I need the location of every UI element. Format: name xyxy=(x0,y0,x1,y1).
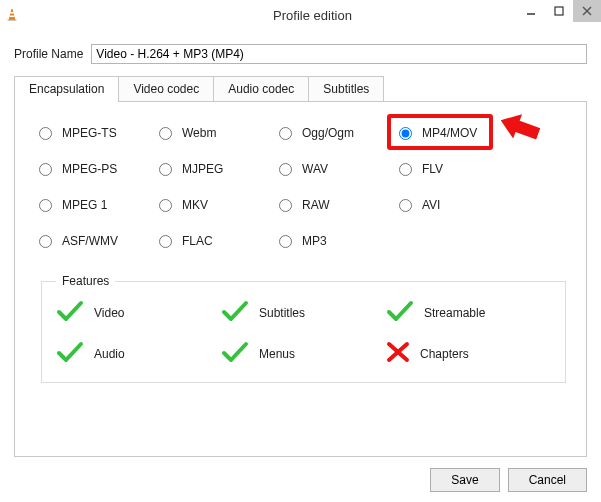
dialog-body: Profile Name Encapsulation Video codec A… xyxy=(0,30,601,502)
radio-icon[interactable] xyxy=(279,127,292,140)
feature-chapters: Chapters xyxy=(386,341,551,366)
option-label: ASF/WMV xyxy=(62,234,118,248)
option-label: AVI xyxy=(422,198,440,212)
feature-label: Streamable xyxy=(424,306,485,320)
svg-marker-0 xyxy=(9,9,15,20)
option-label: FLV xyxy=(422,162,443,176)
option-flv[interactable]: FLV xyxy=(399,162,519,176)
radio-icon[interactable] xyxy=(39,199,52,212)
feature-menus: Menus xyxy=(221,341,386,366)
vlc-cone-icon xyxy=(0,8,24,22)
close-button[interactable] xyxy=(573,0,601,22)
option-webm[interactable]: Webm xyxy=(159,126,279,140)
feature-label: Audio xyxy=(94,347,125,361)
maximize-button[interactable] xyxy=(545,0,573,22)
option-label: WAV xyxy=(302,162,328,176)
minimize-button[interactable] xyxy=(517,0,545,22)
option-mp3[interactable]: MP3 xyxy=(279,234,399,248)
svg-rect-5 xyxy=(555,7,563,15)
option-ogg-ogm[interactable]: Ogg/Ogm xyxy=(279,126,399,140)
option-mkv[interactable]: MKV xyxy=(159,198,279,212)
tab-row: Encapsulation Video codec Audio codec Su… xyxy=(14,76,587,102)
feature-subtitles: Subtitles xyxy=(221,300,386,325)
titlebar: Profile edition xyxy=(0,0,601,30)
radio-icon[interactable] xyxy=(39,163,52,176)
tab-encapsulation[interactable]: Encapsulation xyxy=(14,76,119,102)
save-button[interactable]: Save xyxy=(430,468,499,492)
features-box: Features Video Subtitles Streamable Audi… xyxy=(41,274,566,383)
feature-streamable: Streamable xyxy=(386,300,551,325)
check-icon xyxy=(221,341,249,366)
cancel-button[interactable]: Cancel xyxy=(508,468,587,492)
option-asf-wmv[interactable]: ASF/WMV xyxy=(39,234,159,248)
radio-icon[interactable] xyxy=(399,163,412,176)
profile-name-label: Profile Name xyxy=(14,47,83,61)
vlc-cone-icon xyxy=(5,8,19,22)
window-title: Profile edition xyxy=(24,8,601,23)
option-label: MKV xyxy=(182,198,208,212)
option-mjpeg[interactable]: MJPEG xyxy=(159,162,279,176)
feature-label: Menus xyxy=(259,347,295,361)
dialog-buttons: Save Cancel xyxy=(430,468,587,492)
cross-icon xyxy=(386,341,410,366)
option-label: MPEG 1 xyxy=(62,198,107,212)
features-legend: Features xyxy=(56,274,115,288)
radio-icon[interactable] xyxy=(39,235,52,248)
svg-marker-8 xyxy=(496,108,542,146)
check-icon xyxy=(221,300,249,325)
option-label: MPEG-PS xyxy=(62,162,117,176)
option-label: MPEG-TS xyxy=(62,126,117,140)
radio-icon[interactable] xyxy=(159,235,172,248)
window-controls xyxy=(517,0,601,22)
radio-icon[interactable] xyxy=(279,199,292,212)
feature-label: Chapters xyxy=(420,347,469,361)
option-raw[interactable]: RAW xyxy=(279,198,399,212)
option-mpeg-ps[interactable]: MPEG-PS xyxy=(39,162,159,176)
tab-subtitles[interactable]: Subtitles xyxy=(308,76,384,102)
option-wav[interactable]: WAV xyxy=(279,162,399,176)
feature-label: Subtitles xyxy=(259,306,305,320)
option-label: Webm xyxy=(182,126,216,140)
profile-name-row: Profile Name xyxy=(14,44,587,64)
radio-icon[interactable] xyxy=(39,127,52,140)
radio-icon[interactable] xyxy=(279,163,292,176)
option-flac[interactable]: FLAC xyxy=(159,234,279,248)
option-label: FLAC xyxy=(182,234,213,248)
option-label: RAW xyxy=(302,198,330,212)
option-label: MJPEG xyxy=(182,162,223,176)
check-icon xyxy=(56,300,84,325)
option-avi[interactable]: AVI xyxy=(399,198,519,212)
option-mpeg-1[interactable]: MPEG 1 xyxy=(39,198,159,212)
radio-icon[interactable] xyxy=(279,235,292,248)
check-icon xyxy=(56,341,84,366)
tab-audio-codec[interactable]: Audio codec xyxy=(213,76,309,102)
svg-rect-1 xyxy=(10,12,14,14)
features-grid: Video Subtitles Streamable Audio Menus xyxy=(56,300,551,366)
option-label: Ogg/Ogm xyxy=(302,126,354,140)
radio-icon[interactable] xyxy=(159,163,172,176)
radio-icon[interactable] xyxy=(159,127,172,140)
svg-rect-3 xyxy=(8,20,17,21)
tab-video-codec[interactable]: Video codec xyxy=(118,76,214,102)
feature-label: Video xyxy=(94,306,124,320)
option-label: MP3 xyxy=(302,234,327,248)
check-icon xyxy=(386,300,414,325)
feature-audio: Audio xyxy=(56,341,221,366)
svg-rect-2 xyxy=(10,16,15,18)
feature-video: Video xyxy=(56,300,221,325)
tabpanel-encapsulation: MPEG-TS Webm Ogg/Ogm MP4/MOV MPEG-PS MJP… xyxy=(14,101,587,457)
annotation-highlight xyxy=(387,114,493,150)
radio-icon[interactable] xyxy=(399,199,412,212)
profile-name-input[interactable] xyxy=(91,44,587,64)
option-mpeg-ts[interactable]: MPEG-TS xyxy=(39,126,159,140)
radio-icon[interactable] xyxy=(159,199,172,212)
